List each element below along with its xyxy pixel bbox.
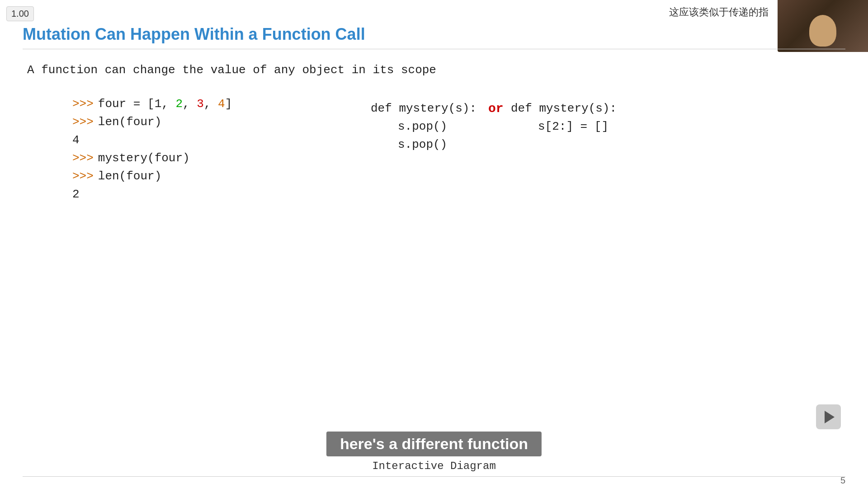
- func-def-1-line-2: s.pop(): [398, 136, 476, 154]
- chinese-subtitle: 这应该类似于传递的指: [669, 5, 769, 19]
- code-line-5: >>> len(four): [72, 167, 232, 185]
- caption-main: here's a different function: [326, 432, 542, 456]
- func-def-block-2: def mystery(s): s[2:] = []: [511, 99, 617, 136]
- slide-subtitle: A function can change the value of any o…: [27, 63, 436, 77]
- play-button[interactable]: [816, 404, 841, 429]
- code-line-2: >>> len(four): [72, 113, 232, 131]
- output-1: 4: [72, 131, 80, 149]
- func-def-2-line-1: s[2:] = []: [538, 117, 617, 136]
- func-def-2-header: def mystery(s):: [511, 99, 617, 117]
- code-line-3: 4: [72, 131, 232, 149]
- code-line-6: 2: [72, 185, 232, 203]
- func-def-1-line-1: s.pop(): [398, 117, 476, 136]
- code-line-1: >>> four = [1, 2, 3, 4]: [72, 95, 232, 113]
- func-def-1-header: def mystery(s):: [371, 99, 476, 117]
- caption-bar: here's a different function Interactive …: [326, 432, 542, 472]
- page-number: 5: [840, 475, 845, 486]
- or-keyword: or: [488, 102, 504, 116]
- caption-subtitle: Interactive Diagram: [326, 460, 542, 472]
- title-divider: [23, 49, 845, 49]
- webcam-face: [809, 15, 836, 47]
- prompt-1: >>>: [72, 95, 94, 113]
- bottom-divider: [23, 476, 845, 477]
- func-def-block-1: def mystery(s): s.pop() s.pop(): [371, 99, 476, 154]
- prompt-4: >>>: [72, 167, 94, 185]
- webcam-person: [778, 0, 868, 52]
- slide-title: Mutation Can Happen Within a Function Ca…: [23, 25, 365, 44]
- prompt-2: >>>: [72, 113, 94, 131]
- code-text-1: four = [1, 2, 3, 4]: [98, 95, 232, 113]
- speed-badge: 1.00: [6, 6, 34, 21]
- output-2: 2: [72, 185, 80, 203]
- code-text-4: len(four): [98, 167, 161, 185]
- webcam-overlay: [778, 0, 868, 52]
- code-text-2: len(four): [98, 113, 161, 131]
- play-icon: [825, 411, 835, 423]
- prompt-3: >>>: [72, 149, 94, 167]
- code-text-3: mystery(four): [98, 149, 190, 167]
- code-block-left: >>> four = [1, 2, 3, 4] >>> len(four) 4 …: [72, 95, 232, 203]
- code-line-4: >>> mystery(four): [72, 149, 232, 167]
